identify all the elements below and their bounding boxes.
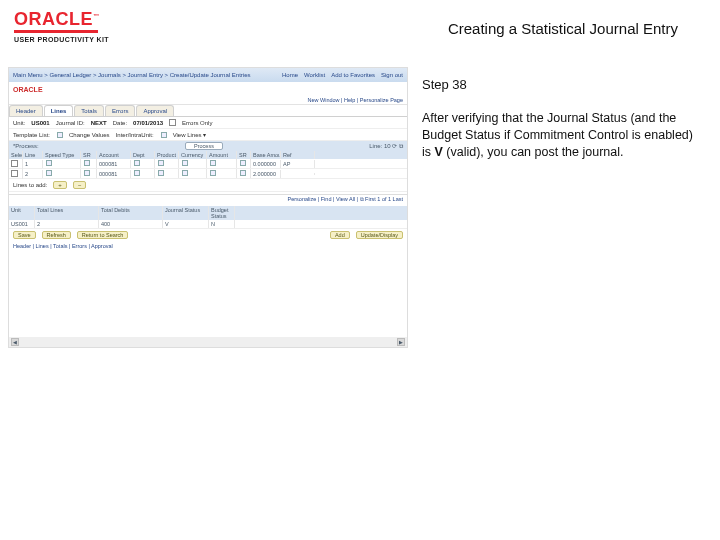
horizontal-scrollbar[interactable]: ◀ ▶ <box>9 337 407 347</box>
refresh-button[interactable]: Refresh <box>42 231 71 239</box>
brand-name: ORACLE <box>14 9 93 29</box>
tab-totals[interactable]: Totals <box>74 105 104 116</box>
grid-row[interactable]: 1 000081 0.000000 AP <box>9 159 407 169</box>
lookup-icon[interactable] <box>134 160 140 166</box>
form-row-1: Unit: US001 Journal ID: NEXT Date: 07/01… <box>9 117 407 129</box>
journalid-label: Journal ID: <box>56 120 85 126</box>
oracle-upk-logo: ORACLE™ USER PRODUCTIVITY KIT <box>14 10 109 43</box>
cell-account[interactable]: 000081 <box>97 160 131 168</box>
app-brandbar: ORACLE <box>9 82 407 96</box>
process-label: *Process: <box>13 143 39 149</box>
cell-ref <box>281 173 315 175</box>
lines-add-row: Lines to add: + − <box>9 179 407 192</box>
nav-signout[interactable]: Sign out <box>381 72 403 78</box>
tab-errors[interactable]: Errors <box>105 105 135 116</box>
brand-product: USER PRODUCTIVITY KIT <box>14 36 109 43</box>
process-button[interactable]: Process <box>185 142 223 150</box>
tval-bstatus: N <box>209 220 235 228</box>
errors-only-checkbox[interactable] <box>169 119 176 126</box>
col-dept: Dept <box>131 151 155 159</box>
return-button[interactable]: Return to Search <box>77 231 129 239</box>
lookup-icon[interactable] <box>182 160 188 166</box>
step-label: Step 38 <box>422 77 700 92</box>
line-count: 10 <box>384 143 391 149</box>
interunit-label: Inter/IntraUnit: <box>116 132 154 138</box>
date-value: 07/01/2013 <box>133 120 163 126</box>
bottom-tab-links[interactable]: Header | Lines | Totals | Errors | Appro… <box>9 241 407 251</box>
totals-row: US001 2 400 V N <box>9 220 407 229</box>
lookup-icon[interactable] <box>161 132 167 138</box>
lookup-icon[interactable] <box>182 170 188 176</box>
lookup-icon[interactable] <box>158 160 164 166</box>
tcol-jstatus: Journal Status <box>163 206 209 220</box>
col-product: Product <box>155 151 179 159</box>
tcol-unit: Unit <box>9 206 35 220</box>
view-lines-select[interactable]: View Lines ▾ <box>173 131 207 138</box>
app-topbar: Main Menu > General Ledger > Journals > … <box>9 68 407 82</box>
row-select-checkbox[interactable] <box>11 170 18 177</box>
lookup-icon[interactable] <box>210 160 216 166</box>
lookup-icon[interactable] <box>46 160 52 166</box>
tab-header[interactable]: Header <box>9 105 43 116</box>
lookup-icon[interactable] <box>84 160 90 166</box>
lookup-icon[interactable] <box>57 132 63 138</box>
col-speedtype: Speed Type <box>43 151 81 159</box>
save-button[interactable]: Save <box>13 231 36 239</box>
change-values-label[interactable]: Change Values <box>69 132 110 138</box>
app-screenshot: Main Menu > General Ledger > Journals > … <box>8 67 408 348</box>
line-label: Line: <box>369 143 382 149</box>
scroll-right-icon[interactable]: ▶ <box>397 338 405 346</box>
app-brand: ORACLE <box>13 86 43 93</box>
row-select-checkbox[interactable] <box>11 160 18 167</box>
app-utility-links[interactable]: New Window | Help | Personalize Page <box>9 96 407 105</box>
grid-tools-icons[interactable]: ⟳ ⧉ <box>392 143 403 149</box>
lines-add-plus[interactable]: + <box>53 181 67 189</box>
scroll-left-icon[interactable]: ◀ <box>11 338 19 346</box>
tab-approval[interactable]: Approval <box>136 105 174 116</box>
lookup-icon[interactable] <box>84 170 90 176</box>
breadcrumb[interactable]: Main Menu > General Ledger > Journals > … <box>13 72 250 78</box>
lookup-icon[interactable] <box>210 170 216 176</box>
brand-tm: ™ <box>93 13 100 19</box>
step-body: After verifying that the Journal Status … <box>422 110 700 161</box>
tab-lines[interactable]: Lines <box>44 105 74 116</box>
col-base: Base Amount <box>251 151 281 159</box>
lookup-icon[interactable] <box>134 170 140 176</box>
tcol-bstatus: Budget Status <box>209 206 235 220</box>
cell-ref: AP <box>281 160 315 168</box>
step-body-bold: V <box>435 145 443 159</box>
lookup-icon[interactable] <box>240 160 246 166</box>
add-button[interactable]: Add <box>330 231 350 239</box>
lookup-icon[interactable] <box>240 170 246 176</box>
errors-only-label: Errors Only <box>182 120 212 126</box>
col-line: Line <box>23 151 43 159</box>
lookup-icon[interactable] <box>158 170 164 176</box>
lines-grid: Select Line Speed Type SR Account Dept P… <box>9 151 407 179</box>
tcol-debits: Total Debits <box>99 206 163 220</box>
lines-add-label: Lines to add: <box>13 182 47 188</box>
lookup-icon[interactable] <box>46 170 52 176</box>
cell-line: 1 <box>23 160 43 168</box>
nav-home[interactable]: Home <box>282 72 298 78</box>
cell-account[interactable]: 000081 <box>97 170 131 178</box>
col-account: Account <box>97 151 131 159</box>
nav-worklist[interactable]: Worklist <box>304 72 325 78</box>
tval-debits: 400 <box>99 220 163 228</box>
page-title: Creating a Statistical Journal Entry <box>448 20 678 37</box>
brand-rule <box>14 30 98 33</box>
nav-addfav[interactable]: Add to Favorites <box>331 72 375 78</box>
cell-base: 2.000000 <box>251 170 281 178</box>
tval-jstatus: V <box>163 220 209 228</box>
unit-value: US001 <box>31 120 49 126</box>
totals-header: Unit Total Lines Total Debits Journal St… <box>9 206 407 220</box>
col-sr: SR <box>81 151 97 159</box>
totals-nav[interactable]: Personalize | Find | View All | ⧉ First … <box>9 195 407 204</box>
cell-base: 0.000000 <box>251 160 281 168</box>
tcol-lines: Total Lines <box>35 206 99 220</box>
lines-add-minus[interactable]: − <box>73 181 87 189</box>
grid-row[interactable]: 2 000081 2.000000 <box>9 169 407 179</box>
tval-unit: US001 <box>9 220 35 228</box>
col-ref: Ref <box>281 151 315 159</box>
app-tabs: Header Lines Totals Errors Approval <box>9 105 407 117</box>
update-button[interactable]: Update/Display <box>356 231 403 239</box>
